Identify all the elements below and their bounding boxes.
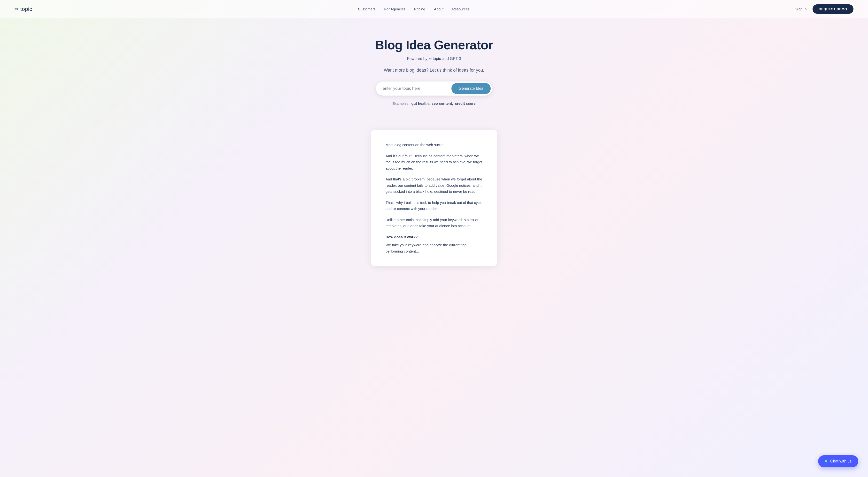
powered-by-logo: ✏ topic [429, 57, 441, 61]
nav-agencies[interactable]: For Agencies [384, 7, 406, 11]
powered-by-logo-text: topic [433, 57, 441, 61]
navbar: ✏ topic Customers For Agencies Pricing A… [0, 0, 868, 19]
logo-link[interactable]: ✏ topic [14, 6, 32, 12]
nav-links: Customers For Agencies Pricing About Res… [358, 7, 470, 11]
content-section: Most blog content on the web sucks. And … [0, 120, 868, 281]
content-para-4: That's why I built this tool, to help yo… [385, 200, 483, 212]
nav-pricing[interactable]: Pricing [414, 7, 425, 11]
example-seo-content[interactable]: seo content, [432, 101, 453, 105]
content-para-2: And it's our fault. Because as content m… [385, 153, 483, 171]
example-credit-score[interactable]: credit score [455, 101, 476, 105]
example-gut-health[interactable]: gut health, [411, 101, 430, 105]
powered-by-prefix: Powered by [407, 57, 428, 61]
search-container: Generate Idea [376, 81, 492, 96]
content-card: Most blog content on the web sucks. And … [371, 130, 497, 266]
logo-text: topic [20, 6, 32, 12]
hero-section: Blog Idea Generator Powered by ✏ topic a… [0, 19, 868, 120]
content-para-5: Unlike other tools that simply add your … [385, 217, 483, 229]
examples-bar: Examples: gut health, seo content, credi… [392, 101, 475, 105]
powered-by-suffix: and GPT-3 [442, 57, 461, 61]
chat-widget[interactable]: Chat with us [818, 455, 858, 467]
content-para-1: Most blog content on the web sucks. [385, 142, 483, 148]
generate-button[interactable]: Generate Idea [452, 83, 491, 94]
nav-resources[interactable]: Resources [452, 7, 470, 11]
how-it-works-heading: How does it work? [385, 234, 483, 240]
topic-input[interactable] [383, 86, 452, 91]
content-para-3: And that's a big problem, because when w… [385, 176, 483, 195]
examples-label: Examples: [392, 101, 409, 105]
nav-about[interactable]: About [434, 7, 443, 11]
logo-icon: ✏ [14, 6, 19, 12]
nav-customers[interactable]: Customers [358, 7, 376, 11]
nav-right: Sign In REQUEST DEMO [795, 4, 854, 14]
how-it-works-text: We take your keyword and analyze the cur… [385, 242, 483, 254]
request-demo-button[interactable]: REQUEST DEMO [812, 4, 854, 14]
sign-in-link[interactable]: Sign In [795, 7, 807, 11]
hero-subtitle: Want more blog ideas? Let us think of id… [384, 68, 485, 73]
hero-title: Blog Idea Generator [375, 38, 493, 52]
chat-online-dot [825, 460, 827, 463]
chat-widget-label: Chat with us [830, 459, 851, 464]
powered-by-logo-icon: ✏ [429, 57, 432, 61]
powered-by: Powered by ✏ topic and GPT-3 [407, 57, 461, 61]
